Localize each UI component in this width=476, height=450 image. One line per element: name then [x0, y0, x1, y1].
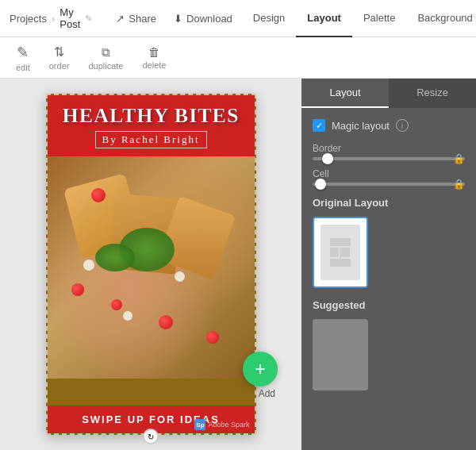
tab-layout[interactable]: Layout [301, 79, 389, 108]
tomato-4 [111, 299, 122, 310]
breadcrumb-chevron: › [52, 13, 55, 25]
tab-resize[interactable]: Resize [389, 79, 476, 108]
delete-icon: 🗑 [148, 45, 160, 59]
herb-2 [95, 244, 135, 271]
magic-layout-label: Magic layout [332, 120, 390, 132]
layout-preview-icon [328, 237, 352, 268]
card-title: Healthy Bites [56, 105, 247, 128]
order-label: order [49, 61, 70, 71]
svg-rect-4 [330, 259, 351, 267]
share-label: Share [129, 13, 156, 25]
original-layout-title: Original Layout [313, 197, 465, 209]
border-lock-icon: 🔒 [453, 153, 465, 164]
toolbar: ✎ edit ⇅ order ⧉ duplicate 🗑 delete [0, 37, 476, 79]
tomato-3 [159, 315, 173, 329]
suggested-title: Suggested [313, 299, 465, 311]
card-subtitle: By Rachel Bright [95, 131, 207, 148]
add-label: Add [259, 388, 275, 399]
top-nav: Projects › My Post ✎ ↗ Share ⬇ Download … [0, 0, 476, 37]
duplicate-icon: ⧉ [102, 45, 110, 60]
border-slider-row: Border 🔒 [313, 143, 465, 160]
card-top-banner: Healthy Bites By Rachel Bright [48, 95, 255, 156]
toolbar-edit[interactable]: ✎ edit [16, 44, 30, 72]
design-card[interactable]: Healthy Bites By Rachel Bright [46, 94, 256, 435]
add-button[interactable]: + [243, 352, 278, 387]
main-area: Healthy Bites By Rachel Bright [0, 79, 476, 450]
border-slider-label: Border [313, 143, 465, 154]
garlic-2 [175, 271, 185, 282]
right-panel: Layout Resize ✓ Magic layout i Border 🔒 [301, 79, 476, 450]
cell-slider-row: Cell 🔒 [313, 168, 465, 186]
share-button[interactable]: ↗ Share [108, 9, 164, 29]
cell-slider-track[interactable]: 🔒 [313, 183, 465, 186]
nav-menu: Design Layout Palette Background Text [242, 0, 476, 37]
duplicate-label: duplicate [88, 61, 123, 71]
garlic-1 [83, 260, 94, 271]
panel-content: ✓ Magic layout i Border 🔒 Cell [301, 108, 476, 450]
canvas-wrapper: Healthy Bites By Rachel Bright [46, 94, 256, 435]
canvas-area: Healthy Bites By Rachel Bright [0, 79, 301, 450]
layout-options [313, 217, 465, 288]
magic-layout-info[interactable]: i [396, 119, 409, 132]
projects-link[interactable]: Projects [10, 13, 47, 25]
tomato-1 [91, 188, 106, 202]
order-icon: ⇅ [54, 44, 64, 60]
download-button[interactable]: ⬇ Download [164, 9, 242, 29]
cell-slider-label: Cell [313, 168, 465, 179]
suggested-option-1[interactable] [313, 319, 368, 390]
breadcrumb: Projects › My Post ✎ [10, 6, 92, 30]
border-slider-track[interactable]: 🔒 [313, 157, 465, 160]
rotate-handle[interactable]: ↻ [143, 429, 159, 444]
suggested-options [313, 319, 465, 390]
edit-doc-name-icon[interactable]: ✎ [85, 13, 92, 24]
card-food-image [48, 156, 255, 379]
tomato-2 [71, 283, 84, 296]
layout-option-1[interactable] [313, 217, 368, 288]
layout-option-1-inner [321, 225, 360, 280]
nav-item-palette[interactable]: Palette [352, 0, 406, 37]
nav-item-design[interactable]: Design [242, 0, 296, 37]
svg-rect-2 [330, 248, 339, 257]
share-icon: ↗ [116, 13, 125, 25]
download-icon: ⬇ [174, 13, 182, 25]
garlic-3 [123, 311, 132, 321]
edit-icon: ✎ [17, 44, 29, 61]
svg-rect-0 [330, 238, 351, 246]
current-doc-name: My Post [60, 6, 80, 30]
card-watermark: Sp Adobe Spark [194, 419, 249, 430]
svg-rect-3 [341, 248, 350, 257]
nav-item-background[interactable]: Background [406, 0, 476, 37]
nav-item-layout[interactable]: Layout [296, 0, 352, 37]
cell-slider-thumb[interactable] [315, 179, 326, 190]
panel-tabs: Layout Resize [301, 79, 476, 108]
toolbar-delete[interactable]: 🗑 delete [142, 45, 166, 70]
magic-layout-checkbox[interactable]: ✓ [313, 119, 325, 132]
border-slider-thumb[interactable] [322, 153, 333, 164]
add-icon: + [255, 358, 266, 380]
spark-logo: Sp [194, 419, 205, 430]
tomato-5 [206, 331, 219, 344]
watermark-text: Adobe Spark [208, 421, 249, 429]
toolbar-duplicate[interactable]: ⧉ duplicate [88, 45, 123, 71]
delete-label: delete [142, 60, 166, 70]
cell-lock-icon: 🔒 [453, 179, 465, 190]
magic-layout-row: ✓ Magic layout i [313, 119, 465, 132]
download-label: Download [186, 13, 232, 25]
toolbar-order[interactable]: ⇅ order [49, 44, 70, 71]
edit-label: edit [16, 63, 30, 72]
